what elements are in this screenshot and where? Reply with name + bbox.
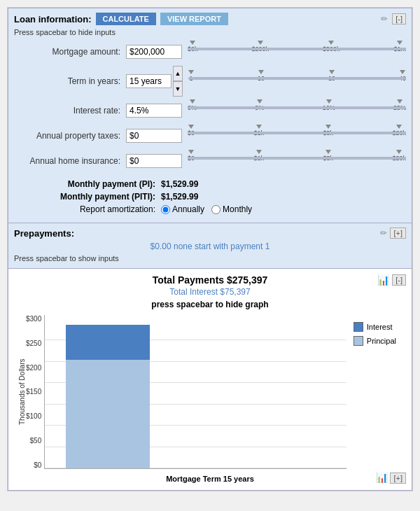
amort-annually-text: Annually bbox=[172, 204, 204, 214]
chart-bar-icon: 📊 bbox=[377, 274, 389, 286]
press-hint-hide: Press spacebar to hide inputs bbox=[14, 28, 406, 36]
loan-collapse-button[interactable]: [-] bbox=[392, 13, 406, 24]
term-ticks: 1 10 19 40 bbox=[188, 70, 406, 82]
legend-interest-label: Interest bbox=[367, 323, 393, 331]
taxes-input[interactable] bbox=[126, 129, 182, 143]
rate-label: Interest rate: bbox=[14, 106, 126, 115]
bar-interest bbox=[66, 325, 150, 360]
loan-info-title: Loan information: bbox=[14, 14, 92, 24]
mortgage-slider-container: $0k $200k $500k $1m bbox=[188, 41, 406, 63]
chart-expand-button[interactable]: [+] bbox=[390, 472, 406, 484]
chart-grid bbox=[44, 315, 346, 469]
amort-label: Report amortization: bbox=[14, 204, 161, 214]
total-interest-label: Total Interest $75,397 bbox=[14, 287, 406, 297]
insurance-ticks: $0 $1k $5k $20k bbox=[188, 150, 406, 162]
chart-x-label: Mortgage Term 15 years bbox=[166, 475, 254, 483]
amort-annually-label[interactable]: Annually bbox=[161, 204, 204, 214]
chart-bottom-icons: 📊 [+] bbox=[376, 472, 406, 483]
chart-icons: 📊 [-] bbox=[377, 274, 406, 286]
view-report-button[interactable]: VIEW REPORT bbox=[160, 13, 228, 25]
amort-radio-group: Annually Monthly bbox=[161, 204, 252, 214]
term-label: Term in years: bbox=[14, 76, 126, 86]
mortgage-ticks: $0k $200k $500k $1m bbox=[188, 41, 406, 52]
insurance-slider-container: $0 $1k $5k $20k bbox=[188, 150, 406, 172]
rate-slider-container: 0% 8% 16% 25% bbox=[188, 99, 406, 122]
amort-monthly-label[interactable]: Monthly bbox=[211, 204, 252, 214]
chart-legend: Interest Principal bbox=[346, 315, 403, 346]
loan-edit-icon[interactable]: ✏ bbox=[381, 14, 388, 24]
press-hint-show: Press spacebar to show inputs bbox=[14, 253, 406, 264]
amort-monthly-radio[interactable] bbox=[211, 205, 220, 214]
term-input[interactable] bbox=[126, 74, 172, 88]
bar-chart: Thousands of Dollars $300 $250 $200 $150… bbox=[14, 315, 406, 469]
y-axis-title: Thousands of Dollars bbox=[17, 315, 26, 469]
y-axis: $300 $250 $200 $150 $100 $50 $0 bbox=[26, 315, 44, 469]
prepay-expand-button[interactable]: [+] bbox=[390, 227, 406, 239]
term-input-wrap: ▲ ▼ bbox=[126, 66, 183, 97]
mortgage-input[interactable] bbox=[126, 45, 182, 59]
monthly-piti-label: Monthly payment (PITI): bbox=[14, 192, 161, 202]
chart-body: Interest Principal bbox=[44, 315, 403, 469]
term-slider-container: 1 10 19 40 bbox=[188, 70, 406, 92]
chart-collapse-button[interactable]: [-] bbox=[392, 274, 406, 286]
legend-interest: Interest bbox=[354, 322, 396, 332]
mortgage-label: Mortgage amount: bbox=[14, 47, 126, 57]
legend-principal-label: Principal bbox=[367, 337, 396, 345]
term-down-button[interactable]: ▼ bbox=[173, 81, 183, 97]
bars-area bbox=[59, 315, 346, 468]
prepay-edit-icon[interactable]: ✏ bbox=[380, 228, 387, 238]
monthly-pi-label: Monthly payment (PI): bbox=[14, 179, 161, 189]
insurance-label: Annual home insurance: bbox=[14, 156, 126, 166]
calculate-button[interactable]: CALCULATE bbox=[96, 13, 156, 25]
chart-bottom-bar-icon: 📊 bbox=[376, 472, 388, 483]
legend-principal: Principal bbox=[354, 336, 396, 346]
taxes-slider-container: $0 $1k $5k $20k bbox=[188, 125, 406, 147]
chart-bottom-bar: Mortgage Term 15 years 📊 [+] bbox=[14, 469, 406, 484]
chart-header: Total Payments $275,397 📊 [-] bbox=[14, 274, 406, 286]
prepayments-value: $0.00 none start with payment 1 bbox=[14, 239, 406, 253]
term-up-button[interactable]: ▲ bbox=[173, 66, 183, 81]
total-payments-label: Total Payments $275,397 bbox=[153, 274, 268, 286]
legend-interest-color bbox=[354, 322, 363, 332]
amort-monthly-text: Monthly bbox=[223, 204, 252, 214]
taxes-ticks: $0 $1k $5k $20k bbox=[188, 125, 406, 136]
rate-input[interactable] bbox=[126, 104, 182, 118]
chart-hint: press spacebar to hide graph bbox=[14, 300, 406, 309]
legend-principal-color bbox=[354, 336, 363, 346]
rate-ticks: 0% 8% 16% 25% bbox=[188, 99, 406, 111]
insurance-input[interactable] bbox=[126, 154, 182, 168]
chart-grid-area bbox=[44, 315, 346, 469]
taxes-label: Annual property taxes: bbox=[14, 131, 126, 141]
amort-annually-radio[interactable] bbox=[161, 205, 170, 214]
bar-group bbox=[66, 325, 150, 468]
prepayments-title: Prepayments: bbox=[14, 228, 74, 239]
bar-principal bbox=[66, 360, 150, 468]
monthly-piti-value: $1,529.99 bbox=[161, 192, 198, 202]
monthly-pi-value: $1,529.99 bbox=[161, 179, 198, 189]
